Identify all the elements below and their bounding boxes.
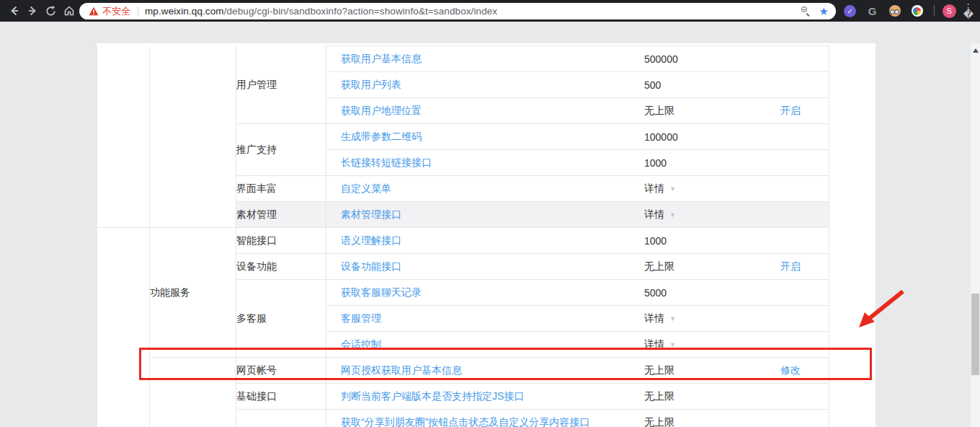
browser-menu-button[interactable]: ⋮� (963, 4, 974, 18)
api-link[interactable]: 生成带参数二维码 (326, 131, 644, 144)
api-link[interactable]: 获取用户列表 (326, 79, 644, 92)
api-link[interactable]: 素材管理接口 (326, 208, 644, 221)
quota-value: 500000 (644, 53, 780, 65)
api-link[interactable]: 语义理解接口 (326, 234, 644, 247)
chevron-down-icon: ▼ (669, 341, 676, 348)
quota-value: 500 (644, 79, 780, 91)
api-link[interactable]: 长链接转短链接接口 (326, 157, 644, 170)
group-cell (97, 46, 150, 228)
api-link[interactable]: 获取“分享到朋友圈”按钮点击状态及自定义分享内容接口 (326, 416, 644, 427)
table-row: 用户管理获取用户基本信息500000 (97, 46, 829, 72)
api-row-cell: 素材管理接口详情▼ (326, 202, 829, 228)
api-link[interactable]: 设备功能接口 (326, 260, 644, 273)
scrollbar-up-arrow-icon[interactable] (973, 48, 979, 53)
quota-value: 1000 (644, 235, 780, 247)
reload-button[interactable] (41, 0, 60, 22)
zoom-icon[interactable] (801, 6, 811, 16)
not-secure-warning-icon[interactable] (89, 6, 99, 16)
subcategory-cell: 推广支持 (236, 124, 326, 176)
home-button[interactable] (60, 0, 79, 22)
forward-button[interactable] (23, 0, 42, 22)
table-row: 网页帐号网页授权获取用户基本信息无上限修改 (97, 358, 829, 384)
permissions-table: 用户管理获取用户基本信息500000获取用户列表500获取用户地理位置无上限开启… (97, 45, 829, 427)
api-link[interactable]: 自定义菜单 (326, 182, 644, 195)
api-row-cell: 获取用户地理位置无上限开启 (326, 98, 829, 124)
subcategory-cell: 多客服 (236, 280, 326, 358)
extension-pinwheel-icon[interactable] (911, 4, 924, 17)
url-domain: mp.weixin.qq.com (145, 6, 224, 17)
page-background: 用户管理获取用户基本信息500000获取用户列表500获取用户地理位置无上限开启… (0, 22, 980, 427)
api-row-cell: 自定义菜单详情▼ (326, 176, 829, 202)
chevron-down-icon: ▼ (669, 211, 676, 219)
url-path: /debug/cgi-bin/sandboxinfo?action=showin… (224, 6, 498, 17)
back-button[interactable] (5, 0, 24, 22)
omnibox-separator (138, 6, 138, 17)
quota-value: 无上限 (644, 390, 780, 403)
quota-value: 无上限 (644, 364, 780, 377)
quota-value: 100000 (644, 131, 780, 143)
subcategory-cell: 界面丰富 (236, 176, 326, 202)
subcategory-cell: 智能接口 (236, 228, 326, 254)
api-row-cell: 网页授权获取用户基本信息无上限修改 (326, 358, 829, 384)
chevron-down-icon: ▼ (669, 315, 676, 322)
action-link[interactable]: 开启 (780, 105, 829, 118)
api-row-cell: 会话控制详情▼ (326, 332, 829, 358)
detail-toggle[interactable]: 详情▼ (644, 338, 780, 351)
permissions-table-body: 用户管理获取用户基本信息500000获取用户列表500获取用户地理位置无上限开启… (97, 46, 829, 427)
quota-value: 1000 (644, 157, 780, 169)
api-row-cell: 获取客服聊天记录5000 (326, 280, 829, 306)
profile-avatar[interactable]: S (943, 4, 956, 18)
api-row-cell: 获取“分享到朋友圈”按钮点击状态及自定义分享内容接口无上限 (326, 410, 829, 427)
api-row-cell: 设备功能接口无上限开启 (326, 254, 829, 280)
category-cell (150, 358, 236, 427)
browser-toolbar: 不安全 mp.weixin.qq.com/debug/cgi-bin/sandb… (0, 0, 980, 22)
detail-toggle[interactable]: 详情▼ (644, 312, 780, 325)
action-link[interactable]: 修改 (780, 364, 829, 377)
quota-value: 无上限 (644, 105, 780, 118)
quota-value: 无上限 (644, 416, 780, 427)
category-cell (150, 46, 236, 228)
extension-check-icon[interactable]: ✓ (844, 4, 857, 17)
subcategory-cell: 用户管理 (236, 46, 326, 124)
extension-g-icon[interactable]: G (866, 4, 879, 17)
quota-value: 5000 (644, 287, 780, 299)
table-top-mask (97, 45, 326, 46)
scrollbar-track[interactable] (971, 43, 980, 427)
subcategory-cell: 网页帐号 (236, 358, 326, 384)
subcategory-cell: 分享接口 (236, 410, 326, 427)
chevron-down-icon: ▼ (669, 185, 676, 193)
subcategory-cell: 设备功能 (236, 254, 326, 280)
api-row-cell: 长链接转短链接接口1000 (326, 150, 829, 176)
api-row-cell: 判断当前客户端版本是否支持指定JS接口无上限 (326, 384, 829, 410)
scrollbar-thumb[interactable] (971, 294, 979, 375)
api-row-cell: 获取用户列表500 (326, 72, 829, 98)
table-row: 功能服务智能接口语义理解接口1000 (97, 228, 829, 254)
api-link[interactable]: 获取客服聊天记录 (326, 286, 644, 299)
extension-face-icon[interactable] (888, 4, 901, 17)
api-row-cell: 生成带参数二维码100000 (326, 124, 829, 150)
subcategory-cell: 素材管理 (236, 202, 326, 228)
api-row-cell: 客服管理详情▼ (326, 306, 829, 332)
group-cell (97, 228, 150, 427)
detail-toggle[interactable]: 详情▼ (644, 208, 780, 221)
api-link[interactable]: 网页授权获取用户基本信息 (326, 364, 644, 377)
api-link[interactable]: 客服管理 (326, 312, 644, 325)
url-text[interactable]: mp.weixin.qq.com/debug/cgi-bin/sandboxin… (145, 6, 497, 17)
api-link[interactable]: 判断当前客户端版本是否支持指定JS接口 (326, 390, 644, 403)
action-link[interactable]: 开启 (780, 260, 829, 273)
api-link[interactable]: 会话控制 (326, 338, 644, 351)
quota-value: 无上限 (644, 260, 780, 273)
security-status-label[interactable]: 不安全 (102, 5, 130, 18)
bookmark-star-icon[interactable]: ★ (819, 6, 829, 17)
category-cell: 功能服务 (150, 228, 236, 358)
subcategory-cell: 基础接口 (236, 384, 326, 410)
api-row-cell: 语义理解接口1000 (326, 228, 829, 254)
toolbar-separator (934, 5, 935, 17)
api-row-cell: 获取用户基本信息500000 (326, 46, 829, 72)
api-link[interactable]: 获取用户地理位置 (326, 105, 644, 118)
detail-toggle[interactable]: 详情▼ (644, 182, 780, 195)
address-bar[interactable]: 不安全 mp.weixin.qq.com/debug/cgi-bin/sandb… (79, 3, 836, 19)
api-link[interactable]: 获取用户基本信息 (326, 53, 644, 66)
